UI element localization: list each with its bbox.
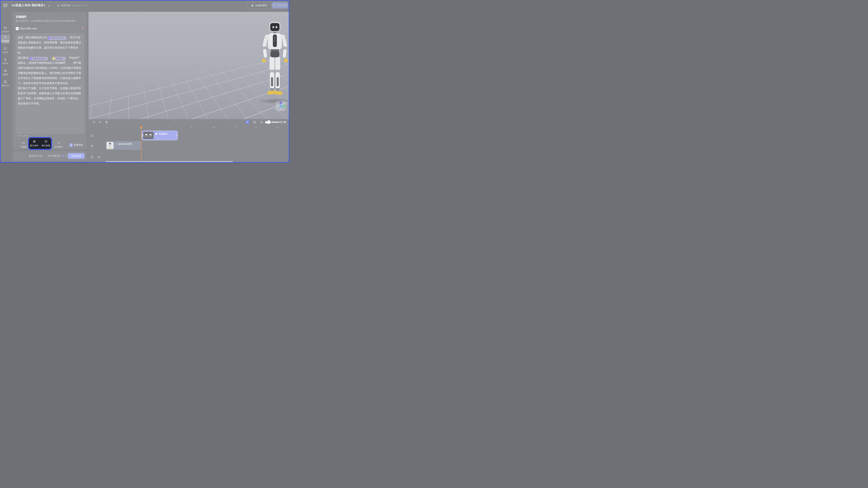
project-title: A1机器人动作-我的项目1 bbox=[12, 0, 45, 11]
expression-clip-title: 害羞微笑 bbox=[155, 132, 167, 136]
music-box-icon bbox=[4, 69, 7, 73]
motion-track-icon[interactable] bbox=[91, 144, 94, 148]
insert-motion-label: 插入动作 bbox=[30, 144, 38, 147]
tag-close-icon[interactable]: × bbox=[64, 37, 65, 39]
sidebar-item-label: 表情库 bbox=[3, 51, 8, 54]
synthesize-save-button[interactable]: 合成并保存 bbox=[247, 2, 271, 9]
sidebar-item-motion-mimic[interactable]: 动作模仿 bbox=[0, 26, 11, 33]
robot-face-icon bbox=[44, 140, 48, 143]
axis-x-label: X bbox=[283, 106, 285, 107]
zoom-out-icon[interactable] bbox=[260, 120, 263, 124]
save-time-badge: 保存时间 26/01/03 12:01 bbox=[54, 2, 90, 9]
remaining-gems-value: 300 bbox=[39, 155, 42, 157]
insert-motion-button[interactable]: 插入动作 bbox=[29, 140, 39, 147]
tag-close-icon[interactable]: × bbox=[64, 58, 65, 60]
timeline-zoom-slider[interactable] bbox=[266, 122, 281, 122]
editor-text: 用于物流和仓储的自主移动机器人 (AMR)，以及为医疗和酒店业量身定制的服务机器… bbox=[18, 61, 81, 85]
one-click-arrange-button[interactable]: 一键编排 bbox=[18, 141, 29, 148]
expression-clip-thumbnail bbox=[143, 132, 154, 139]
ruler-label: 6f bbox=[168, 126, 173, 128]
audio-play-button[interactable] bbox=[16, 27, 19, 30]
editor-paragraph: 我们致力于创新，大力投资于研发，以突破人机协作和机器学习的界限。创新机器人公司助… bbox=[18, 86, 82, 106]
footer-divider bbox=[44, 155, 45, 157]
robot-download-icon bbox=[272, 4, 275, 7]
snap-toggle[interactable] bbox=[246, 121, 249, 124]
mute-icon[interactable] bbox=[97, 155, 101, 159]
sidebar-item-my-tasks[interactable]: 我的任务 bbox=[0, 80, 11, 87]
generate-now-button[interactable]: 立即生成 bbox=[68, 153, 85, 159]
delete-clip-icon[interactable] bbox=[105, 120, 108, 124]
rhythm-motion-option: 韵律动作 bbox=[69, 143, 83, 147]
ruler-label: 0f bbox=[104, 126, 109, 128]
ruler-label: 10f bbox=[211, 126, 216, 128]
axis-neg-x-dot bbox=[276, 105, 278, 107]
generate-footer: 剩余灵石 300 本次消耗灵石 0 立即生成 bbox=[13, 151, 87, 161]
zoom-in-icon[interactable] bbox=[283, 120, 287, 124]
ruler-tick bbox=[181, 127, 181, 128]
playback-bar: 00:00 / 00:30 bbox=[89, 119, 289, 125]
axis-z-label: Z bbox=[280, 102, 281, 104]
expression-tag-icon bbox=[48, 37, 50, 39]
sidebar-item-motion-library[interactable]: 动作库 bbox=[0, 58, 11, 65]
motion-clip[interactable]: 超帅走路姿势 bbox=[106, 141, 141, 150]
ruler-label: 4f bbox=[147, 126, 152, 128]
ruler-label: 2f bbox=[125, 126, 130, 128]
cost-gems-value: 0 bbox=[66, 155, 67, 157]
sidebar-item-audio-arrange[interactable]: 音频编排 bbox=[1, 34, 10, 44]
clear-arrange-label: 清空编排 bbox=[54, 145, 63, 148]
expression-clip[interactable]: 害羞微笑 bbox=[142, 131, 178, 140]
clapperboard-icon bbox=[4, 26, 7, 30]
walking-person-icon bbox=[115, 143, 118, 145]
delete-audio-icon[interactable] bbox=[81, 27, 84, 30]
music-box-icon bbox=[33, 140, 36, 143]
expression-track-icon[interactable] bbox=[91, 134, 94, 137]
motion-clip-thumbnail bbox=[106, 142, 114, 149]
timeline: 0f 2f 4f 6f 8f 10f 12f 14f 16f 害羞微笑 bbox=[89, 125, 289, 163]
panel-title: 音频编排 bbox=[16, 15, 27, 19]
playhead-handle[interactable] bbox=[141, 126, 143, 129]
expression-clip-label: 害羞微笑 bbox=[159, 132, 167, 136]
ruler-tick bbox=[203, 127, 203, 128]
expression-tag-icon bbox=[29, 57, 32, 60]
script-editor[interactable]: 这是一家全球领先的公司哈哈大笑(10s)×「专注于先进机器人系统的设计、制造和部… bbox=[16, 33, 84, 134]
viewport-3d[interactable]: Z Y X bbox=[89, 12, 289, 119]
playhead[interactable] bbox=[141, 126, 142, 161]
tag-close-icon[interactable]: × bbox=[46, 58, 47, 60]
sidebar-item-audio-library[interactable]: 音频库 bbox=[0, 69, 11, 76]
undo-icon[interactable] bbox=[93, 120, 96, 124]
clear-arrange-button[interactable]: 清空编排 bbox=[53, 141, 64, 148]
rename-project-button[interactable] bbox=[46, 2, 52, 9]
axis-gizmo[interactable]: Z Y X bbox=[276, 101, 286, 111]
deploy-to-device-button[interactable]: 下发到设备 bbox=[272, 2, 288, 9]
synthesize-save-label: 合成并保存 bbox=[255, 4, 267, 7]
cute-face-icon bbox=[144, 133, 153, 138]
ruler-tick bbox=[224, 127, 224, 128]
clip-resize-handle-right[interactable] bbox=[177, 134, 177, 137]
timeline-horizontal-scrollbar[interactable] bbox=[106, 161, 233, 162]
clip-resize-handle-left[interactable] bbox=[143, 134, 143, 137]
cloud-check-icon bbox=[57, 4, 60, 7]
ruler-tick bbox=[267, 127, 267, 128]
audio-track-icon[interactable] bbox=[91, 155, 94, 159]
rhythm-motion-checkbox[interactable] bbox=[69, 143, 73, 147]
save-icon bbox=[251, 4, 254, 7]
audio-file-row: 默认名称1.mp3 bbox=[16, 26, 84, 31]
insert-expression-button[interactable]: 插入表情 bbox=[41, 140, 51, 147]
cost-gems-label: 本次消耗灵石 bbox=[48, 154, 61, 157]
zoom-slider-knob[interactable] bbox=[265, 121, 267, 123]
audio-file-name: 默认名称1.mp3 bbox=[21, 27, 37, 30]
char-count: 52 / 1,000 bbox=[18, 135, 27, 137]
fit-timeline-icon[interactable] bbox=[253, 120, 256, 124]
redo-icon[interactable] bbox=[99, 120, 102, 124]
expression-tag[interactable]: 哈哈大笑(10s)× bbox=[48, 36, 66, 40]
gem-icon bbox=[62, 155, 64, 157]
motion-clip-label: 超帅走路姿势 bbox=[119, 143, 132, 146]
editor-text: 我们致力于创新，大力投资于研发，以突破人机协作和机器学习的界限。创新机器人公司助… bbox=[18, 87, 81, 105]
expression-tag[interactable]: 哈哈大笑(10s)× bbox=[29, 57, 48, 60]
quote-open: 「 bbox=[67, 56, 69, 59]
sidebar-item-expression-library[interactable]: 表情库 bbox=[0, 47, 11, 54]
expression-tag-label: 哈哈大笑(10s) bbox=[51, 36, 63, 41]
onboarding-spotlight: 插入动作 插入表情 bbox=[28, 137, 52, 150]
remaining-gems: 剩余灵石 300 bbox=[29, 151, 42, 161]
motion-tag[interactable]: 弯腰(5s)× bbox=[52, 57, 66, 60]
